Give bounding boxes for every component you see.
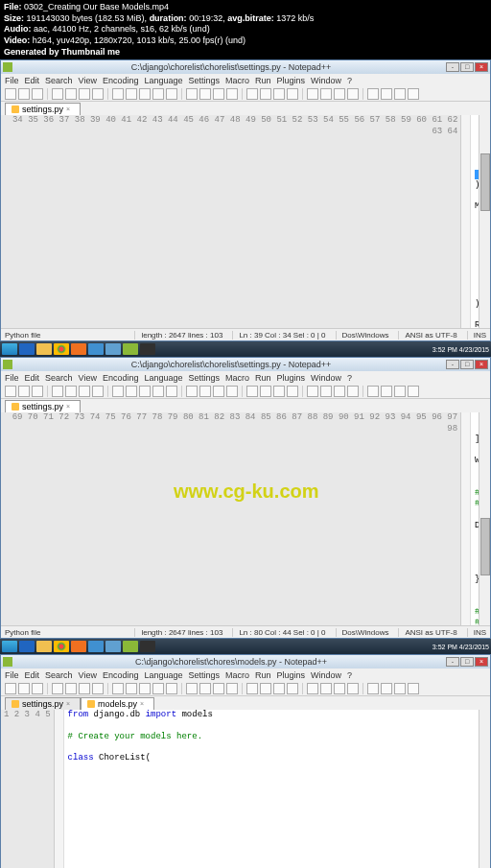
app-icon[interactable] bbox=[105, 343, 121, 355]
tab-close-icon[interactable]: × bbox=[66, 106, 74, 113]
menu-file[interactable]: File bbox=[5, 373, 19, 383]
close-button[interactable]: × bbox=[475, 657, 488, 667]
editor[interactable]: 34 35 36 37 38 39 40 41 42 43 44 45 46 4… bbox=[1, 115, 490, 328]
app-icon[interactable] bbox=[88, 641, 104, 652]
chrome-icon[interactable] bbox=[54, 641, 69, 652]
toolbar-icon[interactable] bbox=[260, 88, 271, 100]
toolbar-icon[interactable] bbox=[394, 88, 406, 100]
menu-settings[interactable]: Settings bbox=[189, 670, 221, 680]
menu-language[interactable]: Language bbox=[144, 76, 182, 85]
toolbar-icon[interactable] bbox=[367, 88, 379, 100]
scrollbar[interactable] bbox=[479, 412, 490, 625]
chrome-icon[interactable] bbox=[54, 343, 69, 355]
toolbar-icon[interactable] bbox=[246, 88, 258, 100]
menu-edit[interactable]: Edit bbox=[25, 76, 40, 85]
toolbar-icon[interactable] bbox=[394, 683, 406, 694]
code-area[interactable]: from django.db import models # Create yo… bbox=[64, 710, 479, 868]
toolbar-icon[interactable] bbox=[367, 386, 379, 397]
menu-edit[interactable]: Edit bbox=[25, 373, 40, 383]
minimize-button[interactable]: - bbox=[446, 360, 459, 369]
toolbar-icon[interactable] bbox=[92, 88, 104, 100]
menu-settings[interactable]: Settings bbox=[189, 76, 221, 85]
menu-window[interactable]: Window bbox=[311, 76, 341, 85]
tab-models[interactable]: models.py × bbox=[81, 697, 154, 710]
toolbar-icon[interactable] bbox=[307, 386, 318, 397]
toolbar-icon[interactable] bbox=[246, 683, 258, 694]
menu-run[interactable]: Run bbox=[255, 373, 271, 383]
close-button[interactable]: × bbox=[475, 62, 488, 72]
scrollbar[interactable] bbox=[479, 115, 490, 328]
toolbar-icon[interactable] bbox=[5, 386, 16, 397]
menu-window[interactable]: Window bbox=[311, 373, 341, 383]
taskbar-tray[interactable]: 3:52 PM 4/23/2015 bbox=[433, 346, 489, 353]
toolbar-icon[interactable] bbox=[287, 88, 298, 100]
toolbar-icon[interactable] bbox=[18, 88, 30, 100]
menu-macro[interactable]: Macro bbox=[225, 76, 249, 85]
toolbar-icon[interactable] bbox=[226, 88, 238, 100]
menu-search[interactable]: Search bbox=[45, 373, 73, 383]
toolbar-icon[interactable] bbox=[273, 386, 285, 397]
fold-column[interactable] bbox=[461, 115, 471, 328]
toolbar-icon[interactable] bbox=[79, 88, 90, 100]
menu-settings[interactable]: Settings bbox=[189, 373, 221, 383]
toolbar-icon[interactable] bbox=[126, 88, 137, 100]
maximize-button[interactable]: □ bbox=[460, 62, 474, 72]
toolbar-icon[interactable] bbox=[32, 386, 43, 397]
toolbar-icon[interactable] bbox=[79, 386, 90, 397]
menu-search[interactable]: Search bbox=[45, 76, 73, 85]
toolbar-icon[interactable] bbox=[186, 88, 198, 100]
toolbar-icon[interactable] bbox=[408, 386, 419, 397]
menu-edit[interactable]: Edit bbox=[25, 670, 40, 680]
toolbar-icon[interactable] bbox=[307, 88, 318, 100]
toolbar-icon[interactable] bbox=[260, 386, 271, 397]
toolbar-icon[interactable] bbox=[213, 683, 224, 694]
toolbar-icon[interactable] bbox=[139, 683, 151, 694]
toolbar-icon[interactable] bbox=[260, 683, 271, 694]
explorer-icon[interactable] bbox=[36, 343, 52, 355]
toolbar-icon[interactable] bbox=[394, 386, 406, 397]
toolbar-icon[interactable] bbox=[52, 88, 63, 100]
minimize-button[interactable]: - bbox=[446, 62, 459, 72]
toolbar-icon[interactable] bbox=[18, 386, 30, 397]
toolbar-icon[interactable] bbox=[112, 88, 124, 100]
toolbar-icon[interactable] bbox=[152, 88, 164, 100]
toolbar-icon[interactable] bbox=[152, 683, 164, 694]
toolbar-icon[interactable] bbox=[347, 386, 359, 397]
editor[interactable]: 69 70 71 72 73 74 75 76 77 78 79 80 81 8… bbox=[1, 412, 490, 625]
menu-language[interactable]: Language bbox=[144, 670, 182, 680]
toolbar-icon[interactable] bbox=[166, 386, 177, 397]
toolbar-icon[interactable] bbox=[334, 88, 345, 100]
menu-view[interactable]: View bbox=[79, 76, 97, 85]
menu-macro[interactable]: Macro bbox=[225, 670, 249, 680]
toolbar-icon[interactable] bbox=[126, 386, 137, 397]
toolbar-icon[interactable] bbox=[287, 386, 298, 397]
menu-run[interactable]: Run bbox=[255, 76, 271, 85]
taskbar-tray[interactable]: 3:52 PM 4/23/2015 bbox=[433, 644, 489, 650]
toolbar-icon[interactable] bbox=[65, 683, 77, 694]
toolbar-icon[interactable] bbox=[5, 88, 16, 100]
tab-close-icon[interactable]: × bbox=[140, 700, 148, 708]
toolbar-icon[interactable] bbox=[381, 386, 392, 397]
app-icon[interactable] bbox=[105, 641, 121, 652]
code-area[interactable]: class="str">'django.contrib.admin', clas… bbox=[471, 115, 479, 328]
toolbar-icon[interactable] bbox=[334, 386, 345, 397]
toolbar-icon[interactable] bbox=[199, 683, 211, 694]
menu-run[interactable]: Run bbox=[255, 670, 271, 680]
fold-column[interactable] bbox=[55, 710, 64, 868]
app-icon[interactable] bbox=[88, 343, 104, 355]
menu-window[interactable]: Window bbox=[311, 670, 341, 680]
menu-language[interactable]: Language bbox=[144, 373, 182, 383]
toolbar-icon[interactable] bbox=[32, 88, 43, 100]
minimize-button[interactable]: - bbox=[446, 657, 459, 667]
menu-encoding[interactable]: Encoding bbox=[103, 76, 139, 85]
notepadpp-icon[interactable] bbox=[123, 641, 138, 652]
toolbar-icon[interactable] bbox=[112, 683, 124, 694]
toolbar-icon[interactable] bbox=[166, 88, 177, 100]
titlebar[interactable]: C:\django\chorelist\chorelist\settings.p… bbox=[1, 60, 490, 74]
toolbar-icon[interactable] bbox=[112, 386, 124, 397]
menu-?[interactable]: ? bbox=[347, 670, 352, 680]
titlebar[interactable]: C:\django\chorelist\chorelist\settings.p… bbox=[1, 358, 490, 371]
scrollbar[interactable] bbox=[479, 710, 490, 868]
menu-view[interactable]: View bbox=[79, 373, 97, 383]
toolbar-icon[interactable] bbox=[273, 683, 285, 694]
